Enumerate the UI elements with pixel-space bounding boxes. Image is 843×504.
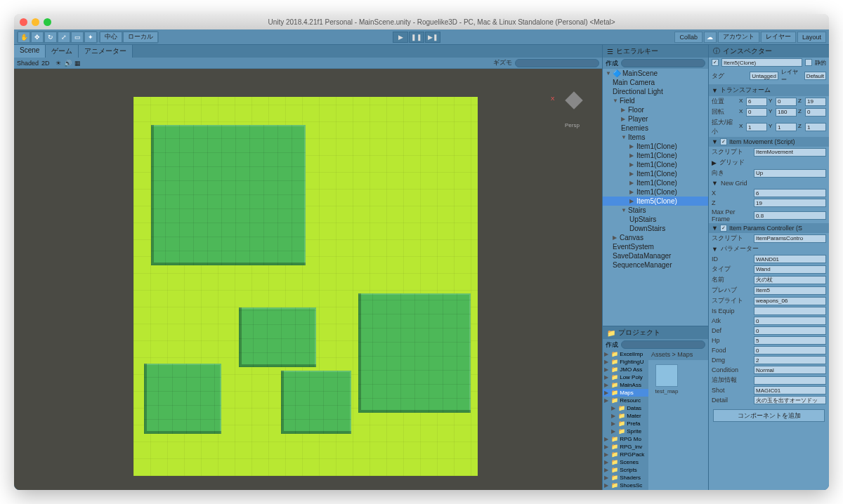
2d-toggle[interactable]: 2D: [41, 60, 50, 67]
param-field[interactable]: 火の杖: [754, 276, 826, 284]
hierarchy-item[interactable]: ▶Item1(Clone): [603, 142, 708, 151]
light-icon[interactable]: ☀: [55, 60, 61, 67]
project-folder[interactable]: ▶📁 ExcelImp: [603, 350, 648, 358]
param-field[interactable]: Normal: [754, 366, 826, 374]
hierarchy-search[interactable]: [621, 59, 705, 67]
param-field[interactable]: [754, 376, 826, 385]
max-per-frame[interactable]: 0.8: [754, 211, 826, 220]
rot-y[interactable]: 180: [776, 108, 797, 117]
project-folder[interactable]: ▶📁 Prefa: [603, 420, 648, 427]
pos-z[interactable]: 19: [805, 98, 826, 106]
scene-root[interactable]: ▼🔷MainScene: [603, 69, 708, 78]
param-field[interactable]: 0: [754, 326, 826, 335]
active-checkbox[interactable]: ✓: [712, 59, 719, 66]
transform-tool[interactable]: ✦: [84, 32, 97, 43]
param-field[interactable]: 0: [754, 346, 826, 354]
tag-dropdown[interactable]: Untagged: [750, 72, 778, 80]
project-folder[interactable]: ▶📁 Scenes: [603, 458, 648, 466]
param-field[interactable]: Wand: [754, 265, 826, 274]
hierarchy-item[interactable]: DownStairs: [603, 224, 708, 233]
project-folder[interactable]: ▶📁 Low Poly: [603, 373, 648, 381]
scene-view[interactable]: X Persp: [14, 69, 602, 490]
param-field[interactable]: 火の玉を出すオーソドッ: [754, 396, 826, 404]
hierarchy-item[interactable]: UpStairs: [603, 215, 708, 224]
pos-y[interactable]: 0: [776, 98, 797, 106]
scene-search[interactable]: [515, 59, 599, 67]
rect-tool[interactable]: ▭: [71, 32, 84, 43]
project-folder[interactable]: ▶📁 Scripts: [603, 466, 648, 474]
pos-x[interactable]: 6: [746, 98, 767, 106]
project-folder[interactable]: ▶📁 Sprite: [603, 427, 648, 435]
project-folder[interactable]: ▶📁 RPG Mo: [603, 435, 648, 443]
param-field[interactable]: Item5: [754, 286, 826, 295]
project-folder[interactable]: ▶📁 Shaders: [603, 474, 648, 482]
collab-button[interactable]: Collab: [674, 32, 702, 43]
project-folder[interactable]: ▶📁 Mater: [603, 412, 648, 420]
layer-dropdown[interactable]: Default: [804, 72, 826, 80]
grid-x[interactable]: 6: [754, 189, 826, 197]
param-field[interactable]: 2: [754, 356, 826, 364]
item-params-component[interactable]: ▼✓Item Params Controller (S: [709, 223, 829, 233]
hierarchy-item[interactable]: ▶Item1(Clone): [603, 187, 708, 197]
hierarchy-item-selected[interactable]: ▶Item5(Clone): [603, 197, 708, 206]
pause-button[interactable]: ❚❚: [409, 32, 424, 43]
project-create[interactable]: 作成: [606, 340, 618, 350]
param-field[interactable]: [754, 307, 826, 315]
titlebar[interactable]: Unity 2018.4.21f1 Personal - MainScene.u…: [14, 14, 829, 29]
hierarchy-item[interactable]: ▶Canvas: [603, 233, 708, 242]
hierarchy-item[interactable]: ▶Item1(Clone): [603, 160, 708, 169]
scl-z[interactable]: 1: [805, 123, 826, 131]
step-button[interactable]: ▶❚: [425, 32, 440, 43]
layout-button[interactable]: Layout: [797, 32, 826, 43]
shaded-dropdown[interactable]: Shaded: [17, 60, 39, 67]
direction-dropdown[interactable]: Up: [754, 169, 826, 178]
hand-tool[interactable]: ✋: [18, 32, 30, 43]
hierarchy-item[interactable]: Directional Light: [603, 87, 708, 96]
hierarchy-item[interactable]: Enemies: [603, 124, 708, 133]
param-field[interactable]: 0: [754, 317, 826, 325]
scale-tool[interactable]: ⤢: [58, 32, 70, 43]
move-tool[interactable]: ✥: [31, 32, 44, 43]
project-folder[interactable]: ▶📁 Resourc: [603, 397, 648, 404]
hierarchy-item[interactable]: ▼Stairs: [603, 206, 708, 215]
transform-component[interactable]: ▼トランスフォーム: [709, 84, 829, 96]
rot-x[interactable]: 0: [746, 108, 767, 117]
add-component-button[interactable]: コンポーネントを追加: [713, 409, 825, 422]
scl-x[interactable]: 1: [746, 123, 767, 131]
object-name-field[interactable]: Item5(Clone): [721, 58, 802, 67]
create-dropdown[interactable]: 作成: [606, 59, 618, 68]
layers-button[interactable]: レイヤー: [761, 32, 796, 43]
orientation-gizmo[interactable]: X Persp: [556, 83, 592, 118]
scl-y[interactable]: 1: [776, 123, 797, 131]
pivot-toggle[interactable]: 中心: [100, 32, 122, 43]
account-button[interactable]: アカウント: [718, 32, 759, 43]
hierarchy-item[interactable]: ▶Item1(Clone): [603, 169, 708, 178]
breadcrumb[interactable]: Assets > Maps: [648, 350, 708, 360]
minimize-icon[interactable]: [32, 18, 39, 26]
grid-z[interactable]: 19: [754, 199, 826, 207]
script-field[interactable]: ItemMovement: [754, 148, 826, 157]
hierarchy-item[interactable]: ▶Item1(Clone): [603, 178, 708, 187]
gizmos-dropdown[interactable]: ギズモ: [493, 58, 512, 67]
asset-item[interactable]: test_map: [653, 364, 681, 394]
fx-icon[interactable]: ▦: [74, 60, 81, 67]
audio-icon[interactable]: 🔊: [64, 60, 72, 67]
project-folder[interactable]: ▶📁 Datas: [603, 404, 648, 412]
project-folder[interactable]: ▶📁 RPG_inv: [603, 443, 648, 451]
static-checkbox[interactable]: [805, 59, 812, 66]
param-field[interactable]: MAGIC01: [754, 386, 826, 394]
project-folder[interactable]: ▶📁 ShoesSc: [603, 482, 648, 489]
hierarchy-item[interactable]: ▼Field: [603, 96, 708, 105]
project-folder[interactable]: ▶📁 FightingU: [603, 358, 648, 366]
hierarchy-item[interactable]: EventSystem: [603, 242, 708, 251]
hierarchy-item[interactable]: ▶Item1(Clone): [603, 151, 708, 160]
local-toggle[interactable]: ローカル: [123, 32, 158, 43]
hierarchy-item[interactable]: Main Camera: [603, 78, 708, 87]
maximize-icon[interactable]: [44, 18, 51, 26]
param-field[interactable]: weapons_06: [754, 297, 826, 305]
project-folder[interactable]: ▶📁 Maps: [603, 389, 648, 397]
tab-animator[interactable]: アニメーター: [79, 45, 133, 58]
tab-scene[interactable]: Scene: [14, 45, 46, 58]
project-folder[interactable]: ▶📁 JMO Ass: [603, 366, 648, 373]
hierarchy-item[interactable]: SequenceManager: [603, 260, 708, 270]
